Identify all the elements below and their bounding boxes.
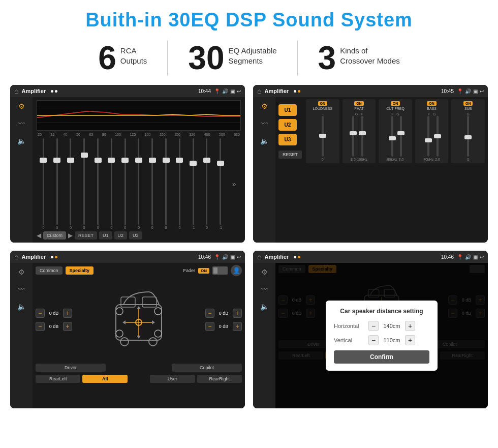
vol-minus-rl[interactable]: − [36,322,45,331]
crossover-back-icon[interactable]: ↩ [480,88,484,94]
dialog-sidebar-wave-icon[interactable]: 〰 [261,285,268,293]
vol-plus-rl[interactable]: + [63,322,72,331]
fader-specialty-btn[interactable]: Specialty [66,266,94,275]
dialog-horizontal-row: Horizontal − 140cm + [334,321,429,331]
dot-1 [51,90,53,93]
sub-toggle[interactable]: ON [463,101,473,106]
fader-sidebar-wave-icon[interactable]: 〰 [18,285,25,293]
phat-label: PHAT [354,107,363,110]
car-diagram [75,279,202,361]
eq-u2-btn[interactable]: U2 [114,231,128,240]
svg-marker-16 [137,336,141,339]
eq-expand-btn[interactable]: » [228,138,240,229]
eq-slider-13[interactable]: 0 [201,138,213,229]
bass-toggle[interactable]: ON [427,101,437,106]
vol-minus-rr[interactable]: − [205,322,214,331]
horizontal-plus-btn[interactable]: + [405,321,415,331]
confirm-button[interactable]: Confirm [334,350,429,364]
crossover-screen-title: Amplifier [264,88,289,94]
vol-minus-fl[interactable]: − [36,309,45,318]
loudness-toggle[interactable]: ON [318,101,328,106]
fader-home-icon[interactable]: ⌂ [14,253,18,261]
dialog-back-icon[interactable]: ↩ [480,254,484,260]
eq-slider-1[interactable]: 0 [38,138,49,229]
bass-slider-f[interactable] [427,116,429,157]
fader-common-btn[interactable]: Common [36,266,63,275]
eq-u1-btn[interactable]: U1 [99,231,112,240]
preset-u3[interactable]: U3 [278,134,297,145]
eq-slider-14[interactable]: -1 [214,138,226,229]
eq-slider-2[interactable]: 0 [51,138,63,229]
svg-marker-18 [152,320,155,324]
dialog-home-icon[interactable]: ⌂ [257,253,261,261]
eq-slider-12[interactable]: -1 [188,138,199,229]
fader-rearleft-btn[interactable]: RearLeft [36,375,80,383]
freq-100: 100 [115,133,121,136]
cutfreq-slider-f[interactable] [391,116,393,157]
eq-sidebar-wave-icon[interactable]: 〰 [18,120,25,128]
eq-sidebar-speaker-icon[interactable]: 🔈 [17,137,26,145]
eq-slider-7[interactable]: 0 [119,138,131,229]
fader-status-icons: 📍 🔊 ▣ ↩ [214,254,241,260]
fader-sidebar-speaker-icon[interactable]: 🔈 [17,303,26,311]
eq-slider-8[interactable]: 0 [133,138,145,229]
eq-slider-4[interactable]: 5 [78,138,90,229]
vol-minus-fr[interactable]: − [205,309,214,318]
preset-u2[interactable]: U2 [278,119,297,131]
eq-sidebar-eq-icon[interactable]: ⚙ [18,102,25,110]
eq-slider-5[interactable]: 0 [92,138,104,229]
horizontal-minus-btn[interactable]: − [368,321,379,331]
eq-slider-3[interactable]: 0 [65,138,77,229]
phat-slider-f[interactable] [361,116,363,157]
eq-slider-11[interactable]: 0 [174,138,185,229]
eq-prev-arrow[interactable]: ◀ [37,232,41,239]
crossover-sidebar-eq-icon[interactable]: ⚙ [261,102,268,110]
stat-label-crossover: Kinds ofCrossover Modes [340,42,400,66]
eq-slider-9[interactable]: 0 [146,138,158,229]
back-icon[interactable]: ↩ [237,88,241,94]
fader-copilot-btn[interactable]: Copilot [172,364,242,372]
phat-toggle[interactable]: ON [354,101,364,106]
fader-sidebar-eq-icon[interactable]: ⚙ [18,268,25,276]
crossover-window-icon: ▣ [473,88,478,94]
crossover-sidebar-speaker-icon[interactable]: 🔈 [260,137,269,145]
car-svg [108,287,169,353]
cutfreq-toggle[interactable]: ON [391,101,400,106]
eq-reset-btn[interactable]: RESET [75,231,97,240]
vol-plus-fl[interactable]: + [63,309,72,318]
vol-plus-fr[interactable]: + [233,309,242,318]
fader-user-btn[interactable]: User [150,375,195,383]
stat-number-eq: 30 [188,42,224,74]
fader-driver-btn[interactable]: Driver [36,364,106,372]
preset-u1[interactable]: U1 [278,104,297,116]
home-icon[interactable]: ⌂ [14,87,18,95]
vertical-minus-btn[interactable]: − [368,335,379,345]
eq-next-arrow[interactable]: ▶ [68,232,73,239]
eq-slider-6[interactable]: 0 [106,138,117,229]
loudness-slider[interactable] [322,116,324,157]
eq-time: 10:44 [198,88,211,94]
dialog-sidebar-eq-icon[interactable]: ⚙ [261,268,268,276]
phat-slider-g[interactable] [352,116,354,157]
dialog-title: Car speaker distance setting [334,308,429,315]
fader-back-icon[interactable]: ↩ [237,254,241,260]
fader-slider-mini[interactable] [212,266,228,275]
vol-value-fl: 0 dB [47,311,61,316]
vertical-plus-btn[interactable]: + [405,335,415,345]
crossover-main-area: U1 U2 U3 RESET ON LOUDNESS ~ [275,97,488,243]
fader-on-toggle[interactable]: ON [198,268,209,274]
crossover-home-icon[interactable]: ⌂ [257,87,261,95]
bass-slider-g[interactable] [437,116,439,157]
fader-rearright-btn[interactable]: RearRight [197,375,242,383]
vol-plus-rr[interactable]: + [233,322,242,331]
fader-all-btn[interactable]: All [82,375,127,383]
dialog-sidebar-speaker-icon[interactable]: 🔈 [260,303,269,311]
eq-u3-btn[interactable]: U3 [129,231,142,240]
crossover-sidebar-wave-icon[interactable]: 〰 [261,120,268,128]
horizontal-value: 140cm [381,323,403,329]
eq-slider-10[interactable]: 0 [160,138,172,229]
crossover-reset-btn[interactable]: RESET [278,151,302,159]
cutfreq-slider-g[interactable] [400,116,402,157]
eq-preset-custom[interactable]: Custom [43,231,66,240]
sub-slider-g[interactable] [467,116,469,157]
